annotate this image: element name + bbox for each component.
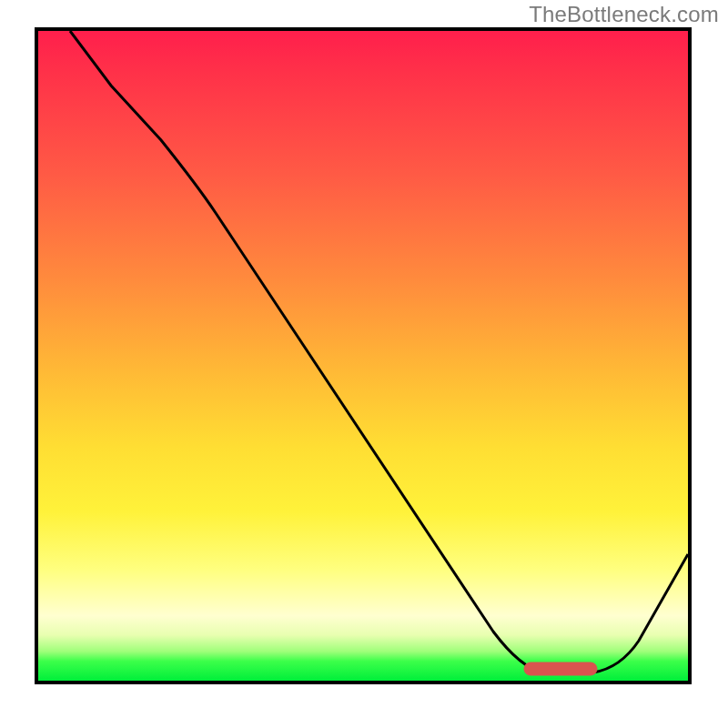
plot-area [35,27,692,684]
watermark-text: TheBottleneck.com [529,2,719,27]
marker-layer [38,31,688,681]
optimal-range-marker [524,662,597,675]
chart-root: TheBottleneck.com [0,0,728,728]
curve-layer [38,31,688,681]
bottleneck-curve [70,31,688,672]
